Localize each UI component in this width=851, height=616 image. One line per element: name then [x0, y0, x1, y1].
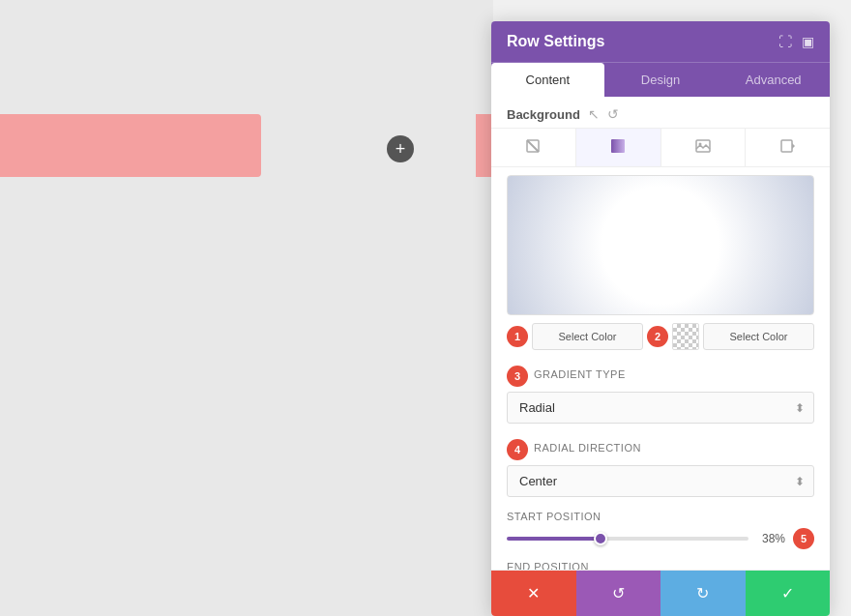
background-label: Background: [507, 107, 580, 122]
badge-5: 5: [793, 528, 814, 549]
panel-content: Background ↖ ↺ 1 Select Color 2: [491, 97, 830, 570]
gradient-type-field: 3 Gradient Type Radial Linear Conic ⬍: [491, 358, 830, 431]
cursor-icon[interactable]: ↖: [588, 106, 600, 122]
svg-rect-5: [781, 140, 792, 152]
radial-direction-label: Radial Direction: [534, 442, 641, 454]
cancel-icon: ✕: [527, 584, 540, 602]
end-position-field: End Position 38% 6: [491, 555, 830, 570]
color-row-1: 1 Select Color 2 Select Color: [507, 323, 814, 350]
radial-direction-select-wrapper: Center Top Left Top Right Bottom Left Bo…: [507, 465, 814, 497]
redo-button[interactable]: ↻: [660, 571, 746, 616]
radial-direction-field: 4 Radial Direction Center Top Left Top R…: [491, 431, 830, 505]
tab-content[interactable]: Content: [491, 63, 604, 97]
badge-1: 1: [507, 326, 528, 347]
bottom-toolbar: ✕ ↺ ↻ ✓: [491, 570, 830, 616]
pink-bar-left: [0, 114, 261, 177]
tab-bar: Content Design Advanced: [491, 62, 830, 97]
gradient-type-select-wrapper: Radial Linear Conic ⬍: [507, 392, 814, 424]
bg-type-gradient[interactable]: [576, 129, 661, 166]
start-position-label: Start Position: [507, 511, 814, 522]
start-position-value: 38%: [756, 532, 785, 545]
svg-marker-6: [792, 143, 795, 149]
svg-rect-2: [611, 139, 625, 153]
start-position-slider-row: 38% 5: [507, 528, 814, 549]
reset-icon[interactable]: ↺: [607, 106, 619, 122]
gradient-type-select[interactable]: Radial Linear Conic: [507, 392, 814, 424]
bg-type-image[interactable]: [661, 129, 747, 166]
start-position-field: Start Position 38% 5: [491, 505, 830, 555]
tab-advanced[interactable]: Advanced: [717, 63, 830, 97]
confirm-button[interactable]: ✓: [746, 571, 831, 616]
undo-button[interactable]: ↺: [576, 571, 661, 616]
fullscreen-icon[interactable]: ⛶: [778, 34, 792, 49]
panel-title: Row Settings: [507, 33, 604, 50]
tab-design[interactable]: Design: [604, 63, 718, 97]
gradient-type-label: Gradient Type: [534, 368, 626, 380]
start-position-slider[interactable]: [507, 537, 748, 541]
color-select-btn-1[interactable]: Select Color: [532, 323, 643, 350]
gradient-preview: [507, 175, 814, 315]
cancel-button[interactable]: ✕: [491, 571, 576, 616]
undo-icon: ↺: [612, 584, 625, 602]
badge-2: 2: [647, 326, 668, 347]
color-select-btn-2[interactable]: Select Color: [703, 323, 814, 350]
row-settings-panel: Row Settings ⛶ ▣ Content Design Advanced…: [491, 21, 830, 616]
add-row-button[interactable]: +: [387, 135, 414, 162]
canvas-area: +: [0, 0, 493, 616]
svg-line-0: [527, 140, 539, 152]
bg-type-row: [491, 128, 830, 167]
bg-type-video[interactable]: [746, 129, 830, 166]
check-icon: ✓: [781, 584, 794, 602]
panel-header-icons: ⛶ ▣: [778, 34, 814, 49]
expand-icon[interactable]: ▣: [802, 34, 814, 49]
bg-type-none[interactable]: [491, 129, 576, 166]
badge-4: 4: [507, 439, 528, 460]
panel-header: Row Settings ⛶ ▣: [491, 21, 830, 62]
redo-icon: ↻: [696, 584, 709, 602]
badge-3: 3: [507, 366, 528, 387]
color-swatch-2[interactable]: [672, 323, 699, 350]
end-position-label: End Position: [507, 561, 814, 570]
background-section-header: Background ↖ ↺: [491, 97, 830, 128]
radial-direction-select[interactable]: Center Top Left Top Right Bottom Left Bo…: [507, 465, 814, 497]
